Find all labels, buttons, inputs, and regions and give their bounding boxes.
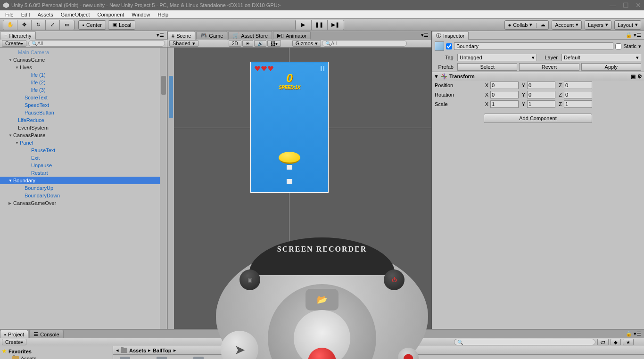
- scene-tab[interactable]: #Scene: [167, 31, 195, 40]
- menu-file[interactable]: File: [2, 11, 17, 18]
- search-filter-button[interactable]: 🏷: [597, 339, 609, 345]
- panel-menu-icon[interactable]: ▾☰: [418, 31, 431, 39]
- menu-component[interactable]: Component: [94, 11, 127, 18]
- hierarchy-scrollbar[interactable]: [160, 48, 167, 329]
- rect-tool-button[interactable]: ▭: [60, 20, 74, 30]
- account-dropdown[interactable]: Account▾: [552, 20, 582, 30]
- rotation-x-input[interactable]: [490, 91, 519, 98]
- lock-icon[interactable]: 🔒 ▾☰: [623, 31, 644, 39]
- layers-dropdown[interactable]: Layers▾: [585, 20, 611, 30]
- hierarchy-search-input[interactable]: 🔍All: [28, 40, 165, 47]
- console-tab[interactable]: ☰Console: [29, 330, 63, 338]
- hierarchy-item[interactable]: Main Camera: [0, 49, 167, 56]
- prefab-select-button[interactable]: Select: [457, 63, 517, 71]
- search-type-button[interactable]: ◆: [611, 339, 621, 345]
- hierarchy-item[interactable]: life (3): [0, 86, 167, 94]
- play-button[interactable]: ▶: [296, 20, 312, 30]
- hierarchy-item[interactable]: BoundaryUp: [0, 184, 167, 192]
- hierarchy-item[interactable]: EventSystem: [0, 124, 167, 131]
- position-x-input[interactable]: [490, 82, 519, 89]
- component-help-icon[interactable]: ▣: [631, 73, 636, 80]
- static-checkbox[interactable]: [615, 43, 621, 49]
- gameobject-active-checkbox[interactable]: [446, 43, 452, 49]
- scene-scrollbar[interactable]: [167, 48, 174, 329]
- gameobject-icon[interactable]: [435, 41, 444, 51]
- shading-mode-dropdown[interactable]: Shaded▾: [169, 40, 198, 47]
- project-search-input[interactable]: 🔍: [454, 339, 595, 345]
- transform-component-header[interactable]: ▼ Transform ▣ ⚙: [432, 72, 644, 81]
- hierarchy-item[interactable]: ▼Boundary: [0, 177, 167, 184]
- search-save-button[interactable]: ★: [623, 339, 634, 345]
- game-tab[interactable]: 🎮Game: [196, 31, 227, 40]
- layout-dropdown[interactable]: Layout▾: [614, 20, 641, 30]
- tag-dropdown[interactable]: Untagged▾: [457, 54, 537, 61]
- hierarchy-item[interactable]: life (1): [0, 71, 167, 79]
- menu-gameobject[interactable]: GameObject: [58, 11, 93, 18]
- asset-grid[interactable]: FontsPrefabsScenesScriptsS......ug: [113, 355, 644, 359]
- window-minimize-button[interactable]: —: [610, 1, 616, 9]
- pause-button[interactable]: ❚❚: [312, 20, 328, 30]
- inspector-tab[interactable]: ⓘInspector: [432, 31, 469, 40]
- prefab-revert-button[interactable]: Revert: [519, 63, 579, 71]
- favorite-item[interactable]: Assets: [0, 355, 113, 359]
- animator-tab[interactable]: ▶▯Animator: [273, 31, 311, 40]
- menu-window[interactable]: Window: [128, 11, 153, 18]
- hierarchy-item[interactable]: Restart: [0, 169, 167, 177]
- window-close-button[interactable]: ✕: [636, 1, 641, 9]
- fx-toggle[interactable]: 🖼▾: [267, 40, 281, 47]
- hierarchy-item[interactable]: PauseText: [0, 147, 167, 154]
- hand-tool-button[interactable]: ✋: [3, 20, 17, 30]
- position-z-input[interactable]: [564, 82, 592, 89]
- 2d-toggle-button[interactable]: 2D: [229, 40, 241, 47]
- favorites-header[interactable]: ★Favorites: [0, 347, 113, 355]
- hierarchy-create-button[interactable]: Create ▾: [2, 40, 26, 47]
- panel-menu-icon[interactable]: ▾☰: [154, 31, 167, 39]
- pivot-center-button[interactable]: ▪Center: [78, 20, 106, 30]
- menu-help[interactable]: Help: [154, 11, 172, 18]
- hierarchy-item[interactable]: ▼CanvasPause: [0, 131, 167, 139]
- hierarchy-item[interactable]: ▼Panel: [0, 139, 167, 147]
- position-y-input[interactable]: [527, 82, 555, 89]
- project-sidebar[interactable]: ★Favorites Assets🔍All Materials🔍All Mode…: [0, 346, 113, 359]
- gameobject-name-input[interactable]: [454, 42, 613, 50]
- hierarchy-item[interactable]: ScoreText: [0, 94, 167, 101]
- hierarchy-item[interactable]: BoundaryDown: [0, 192, 167, 199]
- hierarchy-tree[interactable]: Main Camera▼CanvasGame▼Liveslife (1)life…: [0, 48, 167, 329]
- hierarchy-item[interactable]: SpeedText: [0, 101, 167, 109]
- pivot-local-button[interactable]: ▣Local: [108, 20, 135, 30]
- component-settings-icon[interactable]: ⚙: [637, 73, 642, 80]
- audio-toggle[interactable]: 🔊: [254, 40, 266, 47]
- collab-dropdown[interactable]: ●Collab▾|☁: [504, 20, 549, 30]
- lighting-toggle[interactable]: ☀: [242, 40, 253, 47]
- step-button[interactable]: ▶❚: [328, 20, 344, 30]
- hierarchy-item[interactable]: ▼CanvasGame: [0, 56, 167, 64]
- scale-tool-button[interactable]: ⤢: [46, 20, 60, 30]
- layer-dropdown[interactable]: Default▾: [561, 54, 641, 61]
- rotation-y-input[interactable]: [527, 91, 555, 98]
- hierarchy-item[interactable]: LifeReduce: [0, 116, 167, 124]
- hierarchy-item[interactable]: ▶CanvasGameOver: [0, 199, 167, 207]
- hierarchy-item[interactable]: Exit: [0, 154, 167, 162]
- rotation-z-input[interactable]: [564, 91, 592, 98]
- scene-search-input[interactable]: 🔍All: [322, 40, 407, 47]
- lock-icon[interactable]: 🔒 ▾☰: [623, 330, 644, 338]
- hierarchy-tab[interactable]: ≡Hierarchy: [0, 31, 36, 40]
- gizmos-dropdown[interactable]: Gizmos▾: [292, 40, 321, 47]
- move-tool-button[interactable]: ✥: [17, 20, 32, 30]
- window-maximize-button[interactable]: ☐: [623, 1, 629, 9]
- scene-canvas[interactable]: 0 SPEED:1X: [167, 48, 431, 329]
- hierarchy-item[interactable]: PauseButton: [0, 109, 167, 116]
- scale-x-input[interactable]: [490, 100, 519, 108]
- rotate-tool-button[interactable]: ↻: [32, 20, 46, 30]
- add-component-button[interactable]: Add Component: [484, 114, 592, 123]
- menu-assets[interactable]: Assets: [34, 11, 57, 18]
- hierarchy-item[interactable]: ▼Lives: [0, 64, 167, 71]
- scale-z-input[interactable]: [564, 100, 592, 108]
- scale-y-input[interactable]: [527, 100, 555, 108]
- prefab-apply-button[interactable]: Apply: [581, 63, 641, 71]
- hierarchy-item[interactable]: Unpause: [0, 162, 167, 169]
- asset-store-tab[interactable]: 🛒Asset Store: [228, 31, 272, 40]
- project-tab[interactable]: ▪Project: [0, 330, 28, 338]
- project-create-button[interactable]: Create ▾: [2, 339, 26, 345]
- menu-edit[interactable]: Edit: [18, 11, 33, 18]
